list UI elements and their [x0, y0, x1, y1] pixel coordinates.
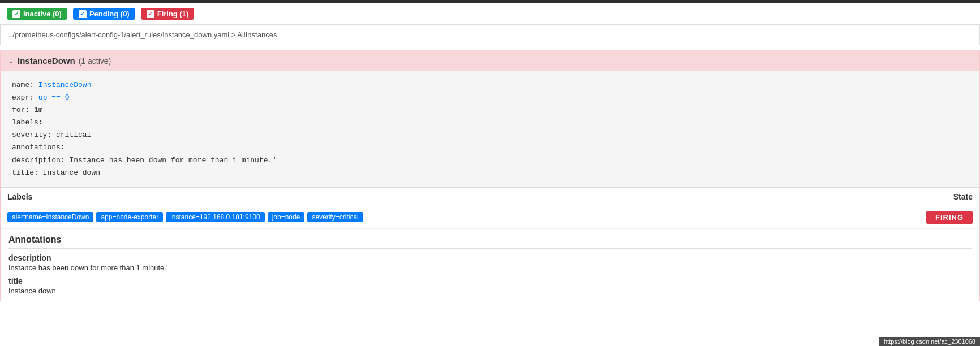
rule-expr-key: expr:: [12, 93, 34, 102]
firing-filter[interactable]: Firing (1): [141, 8, 195, 20]
row-state: FIRING: [843, 206, 979, 228]
rule-title-line: title: Instance down: [12, 167, 968, 179]
rule-description-text: description: Instance has been down for …: [12, 156, 277, 165]
table-row: alertname=InstanceDownapp=node-exporteri…: [1, 206, 979, 228]
annotation-value: Instance down: [8, 287, 972, 295]
rule-for-line: for: 1m: [12, 104, 968, 116]
inactive-filter[interactable]: Inactive (0): [7, 8, 67, 20]
col-labels: Labels: [1, 187, 843, 206]
alert-active-count: (1 active): [79, 57, 111, 66]
rule-for-value: 1m: [34, 106, 43, 114]
col-state: State: [843, 187, 979, 206]
rule-labels-key: labels:: [12, 118, 43, 127]
pending-checkbox: [79, 10, 87, 18]
label-tag: alertname=InstanceDown: [7, 212, 93, 222]
rule-annotations-line: annotations:: [12, 141, 968, 154]
labels-table: Labels State alertname=InstanceDownapp=n…: [1, 187, 979, 229]
label-tag: instance=192.168.0.181:9100: [166, 212, 264, 222]
alert-group: ⌄ InstanceDown (1 active) name: Instance…: [0, 50, 980, 301]
label-tag: job=node: [268, 212, 305, 222]
inactive-label: Inactive (0): [23, 10, 62, 18]
rule-description-line: description: Instance has been down for …: [12, 154, 968, 167]
rule-severity-text: severity: critical: [12, 131, 91, 139]
annotation-key: title: [8, 276, 972, 286]
rule-severity-line: severity: critical: [12, 129, 968, 141]
pending-filter[interactable]: Pending (0): [73, 8, 135, 20]
inactive-checkbox: [12, 10, 20, 18]
rule-expr-line: expr: up == 0: [12, 92, 968, 104]
rule-expr-value: up == 0: [38, 93, 70, 102]
label-tag: app=node-exporter: [96, 212, 163, 222]
row-labels: alertname=InstanceDownapp=node-exporteri…: [1, 206, 843, 228]
firing-checkbox: [147, 10, 154, 18]
rule-annotations-key: annotations:: [12, 143, 65, 152]
alert-group-title: InstanceDown: [18, 56, 75, 66]
rule-detail: name: InstanceDown expr: up == 0 for: 1m…: [1, 71, 979, 187]
label-tag: severity=critical: [307, 212, 363, 222]
annotations-section: Annotations descriptionInstance has been…: [1, 229, 979, 301]
alert-group-header[interactable]: ⌄ InstanceDown (1 active): [1, 50, 979, 71]
chevron-down-icon: ⌄: [8, 57, 14, 65]
rule-labels-line: labels:: [12, 116, 968, 129]
state-badge: FIRING: [926, 211, 973, 224]
rule-name-line: name: InstanceDown: [12, 79, 968, 92]
firing-label: Firing (1): [157, 10, 189, 18]
rule-name-key: name:: [12, 81, 34, 89]
filter-bar: Inactive (0) Pending (0) Firing (1): [0, 3, 980, 25]
breadcrumb: ../prometheus-configs/alert-config-1/ale…: [0, 25, 980, 45]
rule-name-val: InstanceDown: [38, 81, 92, 89]
rule-for-key: for:: [12, 106, 29, 114]
pending-label: Pending (0): [89, 10, 130, 18]
rule-title-text: title: Instance down: [12, 168, 100, 177]
breadcrumb-text: ../prometheus-configs/alert-config-1/ale…: [8, 31, 277, 39]
annotation-key: description: [8, 253, 972, 262]
annotations-title: Annotations: [8, 235, 972, 249]
annotation-value: Instance has been down for more than 1 m…: [8, 263, 972, 272]
